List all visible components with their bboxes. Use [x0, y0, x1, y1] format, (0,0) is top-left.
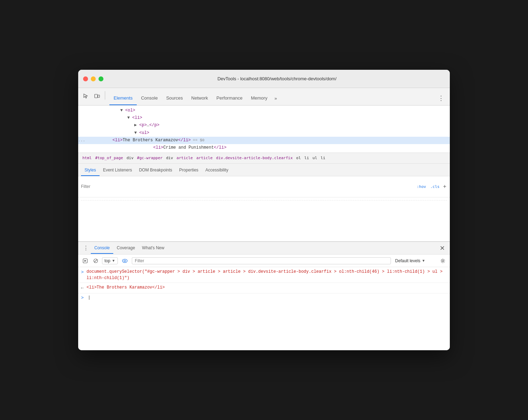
breadcrumb-div2[interactable]: div: [165, 155, 175, 161]
tree-toggle[interactable]: ▼: [134, 130, 139, 136]
tab-event-listeners[interactable]: Event Listeners: [100, 165, 136, 176]
chevron-down-icon: ▼: [112, 259, 115, 263]
add-style-button[interactable]: +: [442, 183, 447, 190]
tab-properties[interactable]: Properties: [176, 165, 202, 176]
console-toolbar: top ▼ Default levels ▼: [78, 255, 450, 267]
hov-cls-buttons: :hov .cls +: [415, 183, 447, 190]
breadcrumb-ul[interactable]: ul: [311, 155, 318, 161]
console-prompt[interactable]: > |: [78, 293, 450, 302]
toolbar-icons: [81, 91, 107, 105]
svg-rect-1: [98, 95, 100, 97]
close-button[interactable]: [83, 76, 88, 81]
breadcrumb-html[interactable]: html: [81, 155, 93, 161]
tab-memory[interactable]: Memory: [247, 91, 272, 105]
window-title: DevTools - localhost:8080/web/tools/chro…: [109, 76, 445, 81]
traffic-lights: [83, 76, 103, 81]
breadcrumb-ol[interactable]: ol: [295, 155, 302, 161]
input-arrow-icon: >: [81, 269, 84, 276]
selected-dom-row[interactable]: ... <li>The Brothers Karamazov</li> == $…: [78, 137, 450, 144]
eye-icon[interactable]: [120, 256, 130, 266]
svg-point-8: [442, 260, 444, 262]
console-filter-input[interactable]: [132, 257, 391, 264]
breadcrumb-article2[interactable]: article: [195, 155, 214, 161]
svg-point-7: [124, 260, 126, 262]
dom-tree[interactable]: ▼ <ol> ▼ <li> ▶ <p>…</p> ▼ <ul>: [78, 106, 450, 153]
drawer-tab-console[interactable]: Console: [91, 243, 113, 254]
breadcrumb-li2[interactable]: li: [319, 155, 327, 161]
breadcrumb-li1[interactable]: li: [303, 155, 310, 161]
levels-chevron-icon: ▼: [422, 259, 425, 263]
styles-filter-input[interactable]: [81, 184, 415, 189]
tab-dom-breakpoints[interactable]: DOM Breakpoints: [135, 165, 176, 176]
console-block-icon[interactable]: [92, 257, 100, 265]
breadcrumb-gc-wrapper[interactable]: #gc-wrapper: [136, 155, 164, 161]
close-drawer-button[interactable]: ✕: [437, 243, 447, 253]
console-settings-icon[interactable]: [439, 257, 447, 265]
tab-more[interactable]: »: [272, 91, 280, 105]
styles-content: [78, 197, 450, 242]
tab-console[interactable]: Console: [137, 91, 162, 105]
drawer-tab-whats-new[interactable]: What's New: [138, 243, 168, 254]
tree-toggle[interactable]: ▼: [120, 107, 125, 114]
svg-marker-3: [84, 260, 86, 262]
devtools-tab-bar: Elements Console Sources Network Perform…: [78, 88, 450, 106]
devtools-window: DevTools - localhost:8080/web/tools/chro…: [78, 70, 450, 350]
tab-network[interactable]: Network: [187, 91, 212, 105]
drawer-tab-coverage[interactable]: Coverage: [113, 243, 138, 254]
drawer-menu-icon[interactable]: ⋮: [81, 243, 91, 253]
tab-elements[interactable]: Elements: [109, 91, 137, 105]
dom-row[interactable]: ▼ <ul>: [78, 129, 450, 137]
context-selector[interactable]: top ▼: [102, 257, 118, 264]
device-icon[interactable]: [92, 91, 102, 101]
tab-sources[interactable]: Sources: [162, 91, 187, 105]
tab-accessibility[interactable]: Accessibility: [202, 165, 232, 176]
devtools-menu[interactable]: ⋮: [435, 91, 447, 105]
panel-tab-bar: Styles Event Listeners DOM Breakpoints P…: [78, 164, 450, 176]
console-cursor: |: [88, 295, 90, 300]
tab-styles[interactable]: Styles: [81, 165, 100, 176]
cls-button[interactable]: .cls: [429, 184, 441, 190]
breadcrumb-article1[interactable]: article: [175, 155, 194, 161]
drawer-tab-bar: ⋮ Console Coverage What's New ✕: [78, 242, 450, 255]
console-output[interactable]: > document.querySelector("#gc-wrapper > …: [78, 267, 450, 350]
dom-row[interactable]: <li>Crime and Punishment</li>: [78, 144, 450, 151]
console-entry-output: ← <li>The Brothers Karamazov</li>: [78, 283, 450, 293]
breadcrumb-div1[interactable]: div: [125, 155, 135, 161]
maximize-button[interactable]: [99, 76, 103, 81]
tab-performance[interactable]: Performance: [212, 91, 246, 105]
dom-row[interactable]: ▼ <li>: [78, 114, 450, 122]
console-entry-input: > document.querySelector("#gc-wrapper > …: [78, 267, 450, 283]
dom-row[interactable]: ▶ <p>…</p>: [78, 122, 450, 129]
hov-button[interactable]: :hov: [415, 184, 428, 190]
svg-line-5: [94, 259, 97, 262]
elements-panel: ▼ <ol> ▼ <li> ▶ <p>…</p> ▼ <ul>: [78, 106, 450, 242]
title-bar: DevTools - localhost:8080/web/tools/chro…: [78, 70, 450, 88]
default-levels-selector[interactable]: Default levels ▼: [393, 258, 427, 264]
styles-dashed-border: [81, 200, 447, 201]
prompt-arrow-icon: >: [81, 295, 84, 300]
dom-row[interactable]: </ul>: [78, 151, 450, 152]
svg-rect-0: [95, 94, 97, 98]
breadcrumb: html #top_of_page div #gc-wrapper div ar…: [78, 153, 450, 164]
tree-toggle[interactable]: ▼: [127, 115, 132, 121]
styles-filter-bar: :hov .cls +: [78, 176, 450, 197]
output-arrow-icon: ←: [81, 285, 84, 292]
svg-point-6: [122, 259, 127, 263]
breadcrumb-div-class[interactable]: div.devsite-article-body.clearfix: [215, 155, 294, 161]
console-execute-icon[interactable]: [81, 257, 89, 265]
console-drawer: ⋮ Console Coverage What's New ✕: [78, 242, 450, 350]
toolbar-divider: [105, 91, 105, 100]
tree-toggle[interactable]: ▶: [134, 122, 139, 129]
minimize-button[interactable]: [91, 76, 96, 81]
inspect-icon[interactable]: [81, 91, 91, 101]
breadcrumb-top-of-page[interactable]: #top_of_page: [94, 155, 124, 161]
dom-row[interactable]: ▼ <ol>: [78, 107, 450, 114]
